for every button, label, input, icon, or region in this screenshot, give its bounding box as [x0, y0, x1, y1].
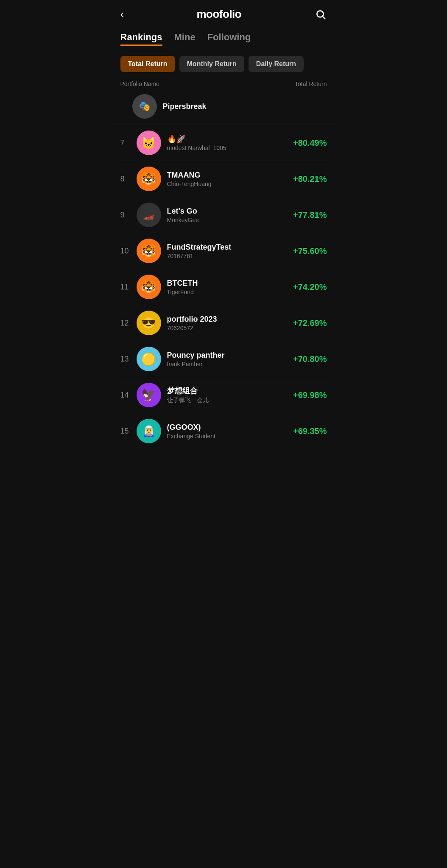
rank-number: 13: [120, 355, 137, 364]
list-item[interactable]: 14 🦅 梦想组合 让子弹飞一会儿 +69.98%: [116, 377, 331, 413]
return-value: +74.20%: [293, 282, 327, 292]
portfolio-name: Pouncy panther: [167, 351, 289, 360]
portfolio-user: frank Panther: [167, 361, 289, 367]
portfolio-user: 70167781: [167, 253, 289, 259]
portfolio-name: 梦想组合: [167, 386, 289, 396]
rank-number: 11: [120, 283, 137, 292]
pipersbreak-row[interactable]: 🎭 Pipersbreak: [112, 91, 335, 125]
avatar: 🏎️: [137, 203, 161, 227]
rank-number: 9: [120, 211, 137, 220]
list-item[interactable]: 9 🏎️ Let's Go MonkeyGee +77.81%: [116, 197, 331, 233]
tab-rankings[interactable]: Rankings: [120, 32, 162, 46]
search-button[interactable]: [314, 8, 327, 21]
svg-line-1: [322, 16, 325, 19]
return-value: +80.49%: [293, 138, 327, 148]
portfolio-user: TigerFund: [167, 289, 289, 295]
list-item[interactable]: 12 😎 portfolio 2023 70620572 +72.69%: [116, 305, 331, 341]
portfolio-info: Let's Go MonkeyGee: [167, 207, 289, 223]
portfolio-info: TMAANG Chin-TengHuang: [167, 171, 289, 187]
nav-tabs: Rankings Mine Following: [112, 25, 335, 50]
list-item[interactable]: 7 🐱 🔥🚀 modest Narwhal_1005 +80.49%: [116, 125, 331, 161]
pipersbreak-name: Pipersbreak: [163, 102, 331, 111]
portfolio-info: BTCETH TigerFund: [167, 279, 289, 295]
portfolio-user: 70620572: [167, 325, 289, 331]
return-value: +75.60%: [293, 246, 327, 256]
portfolio-user: MonkeyGee: [167, 217, 289, 223]
portfolio-info: portfolio 2023 70620572: [167, 315, 289, 331]
portfolio-name: portfolio 2023: [167, 315, 289, 324]
portfolio-name: FundStrategyTest: [167, 243, 289, 252]
avatar: 🐯: [137, 167, 161, 191]
rank-number: 7: [120, 139, 137, 147]
portfolio-info: Pouncy panther frank Panther: [167, 351, 289, 367]
list-item[interactable]: 13 🟡 Pouncy panther frank Panther +70.80…: [116, 341, 331, 377]
portfolio-user: 让子弹飞一会儿: [167, 397, 289, 404]
filter-row: Total Return Monthly Return Daily Return: [112, 50, 335, 78]
avatar: 😎: [137, 311, 161, 335]
back-button[interactable]: ‹: [120, 8, 124, 21]
col-total-return: Total Return: [295, 81, 327, 87]
list-item[interactable]: 8 🐯 TMAANG Chin-TengHuang +80.21%: [116, 161, 331, 197]
portfolio-user: Exchange Student: [167, 433, 289, 440]
portfolio-name: (GGOOX): [167, 423, 289, 432]
avatar: 🟡: [137, 347, 161, 371]
return-value: +77.81%: [293, 210, 327, 220]
portfolio-user: Chin-TengHuang: [167, 181, 289, 187]
avatar: 🐯: [137, 275, 161, 299]
rank-number: 12: [120, 319, 137, 328]
rank-number: 8: [120, 175, 137, 184]
return-value: +72.69%: [293, 318, 327, 328]
filter-daily-return[interactable]: Daily Return: [249, 56, 304, 72]
rank-number: 14: [120, 391, 137, 400]
return-value: +69.35%: [293, 426, 327, 436]
rank-number: 10: [120, 247, 137, 256]
return-value: +69.98%: [293, 390, 327, 400]
tab-mine[interactable]: Mine: [174, 32, 196, 46]
svg-point-0: [317, 11, 323, 17]
portfolio-info: 🔥🚀 modest Narwhal_1005: [167, 134, 289, 151]
portfolio-info: 梦想组合 让子弹飞一会儿: [167, 386, 289, 404]
portfolio-user: modest Narwhal_1005: [167, 145, 289, 151]
avatar: 🐱: [137, 131, 161, 155]
list-item[interactable]: 11 🐯 BTCETH TigerFund +74.20%: [116, 269, 331, 305]
list-item[interactable]: 10 🐯 FundStrategyTest 70167781 +75.60%: [116, 233, 331, 269]
filter-monthly-return[interactable]: Monthly Return: [179, 56, 244, 72]
portfolio-name: BTCETH: [167, 279, 289, 288]
portfolio-name: TMAANG: [167, 171, 289, 180]
pipersbreak-avatar: 🎭: [132, 94, 157, 119]
search-icon: [315, 9, 326, 20]
ranking-list: 7 🐱 🔥🚀 modest Narwhal_1005 +80.49% 8 🐯 T…: [112, 125, 335, 449]
avatar: 🐯: [137, 239, 161, 263]
filter-total-return[interactable]: Total Return: [120, 56, 175, 72]
portfolio-info: (GGOOX) Exchange Student: [167, 423, 289, 440]
col-portfolio-name: Portfolio Name: [120, 81, 160, 87]
return-value: +80.21%: [293, 174, 327, 184]
avatar: 🦅: [137, 383, 161, 407]
list-item[interactable]: 15 🧝‍♀️ (GGOOX) Exchange Student +69.35%: [116, 413, 331, 449]
rank-number: 15: [120, 427, 137, 436]
app-title: moofolio: [196, 8, 241, 21]
avatar: 🧝‍♀️: [137, 419, 161, 443]
portfolio-name: 🔥🚀: [167, 134, 289, 144]
portfolio-name: Let's Go: [167, 207, 289, 216]
return-value: +70.80%: [293, 354, 327, 364]
tab-following[interactable]: Following: [207, 32, 251, 46]
header: ‹ moofolio: [112, 0, 335, 25]
column-headers: Portfolio Name Total Return: [112, 78, 335, 91]
portfolio-info: FundStrategyTest 70167781: [167, 243, 289, 259]
